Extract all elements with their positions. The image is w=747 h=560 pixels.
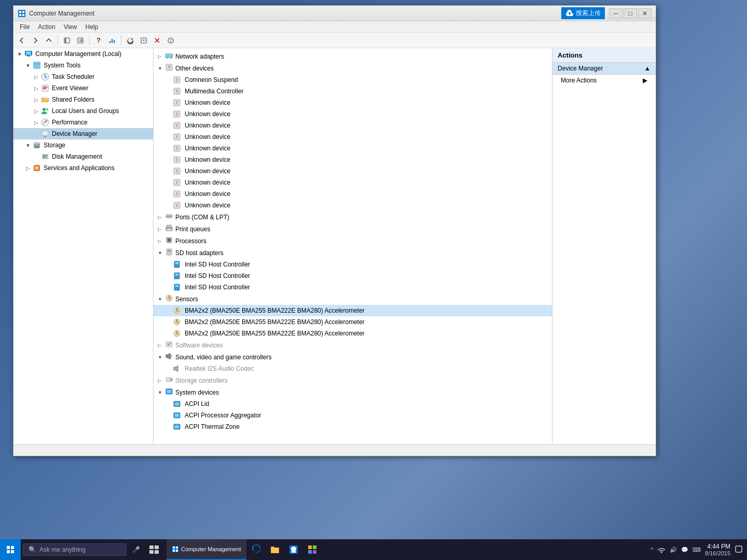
menu-action[interactable]: Action: [34, 22, 59, 32]
unknown-icon-7: !: [172, 166, 182, 176]
close-button[interactable]: ✕: [638, 8, 652, 19]
device-intel-sd-1[interactable]: Intel SD Host Controller: [154, 259, 552, 270]
chart-button[interactable]: [106, 34, 118, 47]
taskbar-clock[interactable]: 4:44 PM 8/16/2015: [705, 543, 730, 556]
category-sensors[interactable]: ▼ Sensors: [154, 293, 552, 305]
show-hide-button[interactable]: [61, 34, 73, 47]
device-unknown-10[interactable]: ! Unknown device: [154, 200, 552, 211]
task-view-button[interactable]: [145, 539, 164, 560]
network-icon-tb[interactable]: [657, 545, 666, 554]
taskbar-app-extra[interactable]: [303, 539, 322, 560]
svg-rect-112: [155, 545, 159, 549]
notification-icon[interactable]: 💬: [681, 547, 688, 553]
device-unknown-8[interactable]: ! Unknown device: [154, 177, 552, 188]
actions-section[interactable]: Device Manager ▲: [552, 63, 656, 75]
device-comneon-suspend[interactable]: ! Comneon Suspend: [154, 74, 552, 86]
category-network-adapters[interactable]: ▷ Network adapters: [154, 50, 552, 62]
device-bma-1[interactable]: BMA2x2 (BMA250E BMA255 BMA222E BMA280) A…: [154, 305, 552, 316]
category-software-devices[interactable]: ▷ Software devices: [154, 339, 552, 351]
refresh-button[interactable]: [124, 34, 136, 47]
category-sound[interactable]: ▼ Sound, video and game controllers: [154, 351, 552, 363]
up-button[interactable]: [43, 34, 55, 47]
device-intel-sd-2[interactable]: Intel SD Host Controller: [154, 270, 552, 282]
notifications-badge[interactable]: [735, 545, 743, 554]
tree-root[interactable]: ▼ Computer Management (Local): [13, 48, 153, 60]
tree-disk-management[interactable]: Disk Management: [13, 151, 153, 162]
tree-system-tools[interactable]: ▼ System Tools: [13, 60, 153, 71]
device-intel-sd-3[interactable]: Intel SD Host Controller: [154, 282, 552, 293]
device-acpi-proc-agg[interactable]: ACPI Processor Aggregator: [154, 410, 552, 421]
root-toggle[interactable]: ▼: [16, 50, 24, 58]
start-button[interactable]: [0, 539, 21, 560]
local-users-toggle[interactable]: ▷: [32, 107, 40, 115]
category-print-queues[interactable]: ▷ Print queues: [154, 223, 552, 235]
taskbar-explorer[interactable]: [266, 539, 284, 560]
help-button[interactable]: ?: [92, 34, 105, 47]
services-toggle[interactable]: ▷: [24, 164, 32, 172]
keyboard-icon[interactable]: ⌨: [693, 547, 701, 553]
svg-marker-96: [174, 366, 178, 372]
tree-task-scheduler[interactable]: ▷ Task Scheduler: [13, 71, 153, 82]
cortana-mic[interactable]: 🎤: [127, 539, 145, 560]
category-system-devices[interactable]: ▼ System devices: [154, 386, 552, 398]
device-unknown-1[interactable]: ! Unknown device: [154, 97, 552, 108]
volume-icon[interactable]: 🔊: [670, 547, 677, 553]
device-realtek[interactable]: Realtek I2S Audio Codec: [154, 363, 552, 374]
show-hidden-icon[interactable]: ^: [651, 547, 653, 553]
taskbar-store[interactable]: [284, 539, 303, 560]
tree-performance[interactable]: ▷ Performance: [13, 117, 153, 128]
delete-button[interactable]: [151, 34, 163, 47]
category-processors[interactable]: ▷ Processors: [154, 235, 552, 247]
more-actions-arrow: ▶: [643, 77, 647, 84]
device-unknown-9[interactable]: ! Unknown device: [154, 188, 552, 200]
device-unknown-6[interactable]: ! Unknown device: [154, 154, 552, 165]
forward-button[interactable]: [29, 34, 42, 47]
menu-help[interactable]: Help: [81, 22, 103, 32]
tree-services[interactable]: ▷ Services and Applications: [13, 162, 153, 174]
back-button[interactable]: [16, 34, 28, 47]
cloud-upload-button[interactable]: 搜索上传: [561, 7, 605, 19]
shared-folders-toggle[interactable]: ▷: [32, 95, 40, 104]
tree-event-viewer[interactable]: ▷ Event Viewer: [13, 82, 153, 94]
category-ports[interactable]: ▷ Ports (COM & LPT): [154, 211, 552, 223]
tree-shared-folders[interactable]: ▷ Shared Folders: [13, 94, 153, 105]
menu-view[interactable]: View: [60, 22, 81, 32]
tree-local-users[interactable]: ▷ Local Users and Groups: [13, 105, 153, 117]
device-unknown-3[interactable]: ! Unknown device: [154, 120, 552, 131]
category-storage-controllers[interactable]: ▷ Storage controllers: [154, 374, 552, 386]
export-button[interactable]: [137, 34, 150, 47]
taskbar-app-cm[interactable]: Computer Management: [167, 539, 246, 560]
menu-file[interactable]: File: [16, 22, 34, 32]
device-multimedia-controller[interactable]: ! Multimedia Controller: [154, 86, 552, 97]
svg-rect-4: [22, 14, 24, 16]
more-actions-item[interactable]: More Actions ▶: [552, 75, 656, 86]
device-acpi-thermal[interactable]: ACPI Thermal Zone: [154, 421, 552, 432]
category-other-devices[interactable]: ▼ ? Other devices: [154, 62, 552, 74]
taskbar-edge[interactable]: [247, 539, 266, 560]
disk-mgmt-toggle[interactable]: [32, 152, 40, 161]
minimize-button[interactable]: ─: [609, 8, 622, 19]
toolbar-sep-3: [121, 35, 121, 46]
tree-storage[interactable]: ▼ Storage: [13, 139, 153, 151]
performance-toggle[interactable]: ▷: [32, 118, 40, 127]
storage-toggle[interactable]: ▼: [24, 141, 32, 149]
properties-button[interactable]: [164, 34, 177, 47]
category-sd-host[interactable]: ▼ SD host adapters: [154, 247, 552, 259]
device-manager-toggle[interactable]: [32, 130, 40, 138]
svg-rect-102: [175, 402, 179, 405]
task-scheduler-toggle[interactable]: ▷: [32, 73, 40, 81]
taskbar-search[interactable]: 🔍 Ask me anything: [23, 543, 127, 556]
device-unknown-5[interactable]: ! Unknown device: [154, 143, 552, 154]
svg-rect-119: [176, 550, 178, 552]
system-tools-toggle[interactable]: ▼: [24, 61, 32, 69]
device-bma-2[interactable]: BMA2x2 (BMA250E BMA255 BMA222E BMA280) A…: [154, 316, 552, 328]
details-button[interactable]: [74, 34, 87, 47]
device-acpi-lid[interactable]: ACPI Lid: [154, 398, 552, 410]
event-viewer-toggle[interactable]: ▷: [32, 84, 40, 92]
maximize-button[interactable]: □: [624, 8, 637, 19]
device-bma-3[interactable]: BMA2x2 (BMA250E BMA255 BMA222E BMA280) A…: [154, 328, 552, 339]
device-unknown-7[interactable]: ! Unknown device: [154, 165, 552, 177]
tree-device-manager[interactable]: Device Manager: [13, 128, 153, 139]
device-unknown-2[interactable]: ! Unknown device: [154, 108, 552, 120]
device-unknown-4[interactable]: ! Unknown device: [154, 131, 552, 143]
